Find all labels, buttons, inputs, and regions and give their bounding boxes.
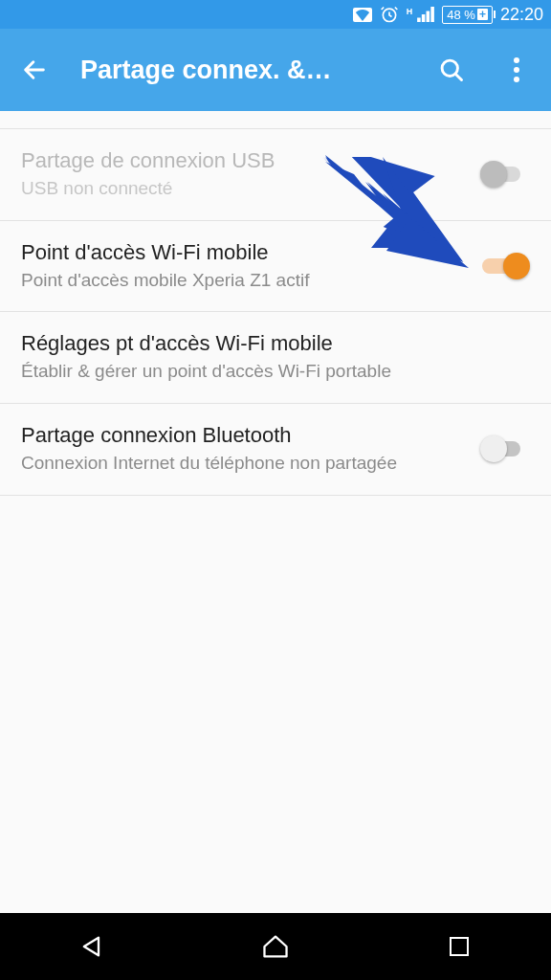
item-text: Réglages pt d'accès Wi-Fi mobile Établir… bbox=[21, 331, 530, 384]
battery-plus-icon: + bbox=[477, 9, 488, 20]
item-text: Partage connexion Bluetooth Connexion In… bbox=[21, 423, 480, 476]
wifi-hotspot-toggle[interactable] bbox=[480, 253, 530, 279]
nav-back-button[interactable] bbox=[58, 923, 125, 970]
overflow-menu-button[interactable] bbox=[497, 51, 536, 89]
item-text: Partage de connexion USB USB non connect… bbox=[21, 148, 480, 201]
item-subtitle: Établir & gérer un point d'accès Wi-Fi p… bbox=[21, 360, 530, 384]
item-text: Point d'accès Wi-Fi mobile Point d'accès… bbox=[21, 240, 480, 293]
search-button[interactable] bbox=[432, 51, 471, 89]
screen: H 48 % + 22:20 Partage connex. &… Partag… bbox=[0, 0, 551, 980]
status-bar: H 48 % + 22:20 bbox=[0, 0, 551, 29]
item-subtitle: USB non connecté bbox=[21, 177, 480, 201]
usb-tethering-toggle bbox=[480, 161, 530, 188]
item-title: Réglages pt d'accès Wi-Fi mobile bbox=[21, 331, 530, 356]
svg-rect-9 bbox=[451, 938, 468, 955]
wifi-icon bbox=[353, 8, 372, 22]
item-subtitle: Point d'accès mobile Xperia Z1 actif bbox=[21, 269, 480, 293]
item-title: Point d'accès Wi-Fi mobile bbox=[21, 240, 480, 265]
bluetooth-tethering-item[interactable]: Partage connexion Bluetooth Connexion In… bbox=[0, 404, 551, 496]
battery-indicator: 48 % + bbox=[442, 6, 493, 24]
wifi-hotspot-settings-item[interactable]: Réglages pt d'accès Wi-Fi mobile Établir… bbox=[0, 312, 551, 404]
battery-percent: 48 % bbox=[447, 8, 475, 22]
nav-recent-button[interactable] bbox=[426, 923, 493, 970]
cellular-signal-icon: H bbox=[407, 7, 435, 22]
back-button[interactable] bbox=[15, 51, 54, 89]
bluetooth-tethering-toggle[interactable] bbox=[480, 435, 530, 462]
page-title: Partage connex. &… bbox=[80, 56, 406, 85]
settings-list: Partage de connexion USB USB non connect… bbox=[0, 111, 551, 913]
app-bar: Partage connex. &… bbox=[0, 29, 551, 111]
item-title: Partage de connexion USB bbox=[21, 148, 480, 173]
network-type-label: H bbox=[407, 7, 413, 16]
alarm-icon bbox=[380, 5, 399, 24]
item-title: Partage connexion Bluetooth bbox=[21, 423, 480, 448]
usb-tethering-item: Partage de connexion USB USB non connect… bbox=[0, 128, 551, 221]
navigation-bar bbox=[0, 913, 551, 980]
svg-point-3 bbox=[514, 67, 519, 73]
wifi-hotspot-item[interactable]: Point d'accès Wi-Fi mobile Point d'accès… bbox=[0, 221, 551, 313]
nav-home-button[interactable] bbox=[242, 923, 309, 970]
svg-point-2 bbox=[514, 57, 519, 63]
clock: 22:20 bbox=[500, 5, 543, 25]
item-subtitle: Connexion Internet du téléphone non part… bbox=[21, 452, 480, 476]
svg-point-4 bbox=[514, 77, 519, 82]
